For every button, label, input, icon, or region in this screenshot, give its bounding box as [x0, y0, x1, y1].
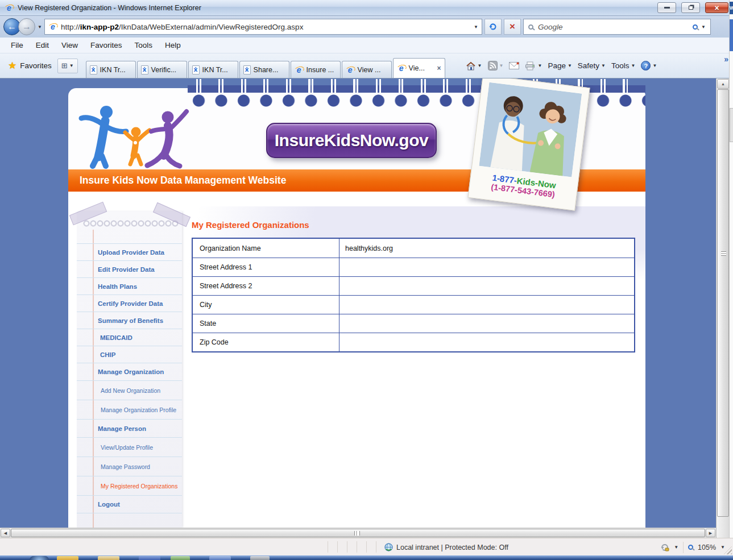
- quick-tabs-dropdown-icon: ▼: [69, 63, 74, 68]
- history-dropdown-icon[interactable]: ▼: [38, 24, 42, 30]
- row-value: [339, 277, 634, 295]
- taskbar[interactable]: [0, 555, 733, 560]
- safety-dropdown-icon: ▼: [601, 63, 606, 68]
- tools-dropdown-icon: ▼: [631, 63, 636, 68]
- feeds-button[interactable]: ▼: [488, 61, 504, 70]
- menu-tools[interactable]: Tools: [129, 39, 159, 51]
- background-window-gray-fragment: [730, 108, 733, 142]
- zoom-dropdown-icon[interactable]: ▼: [720, 545, 725, 550]
- vertical-scrollbar[interactable]: ▲: [716, 78, 729, 538]
- sidebar-item-upload-provider-data[interactable]: Upload Provider Data: [77, 243, 182, 260]
- ie-window: e View Registered Organization - Windows…: [0, 0, 733, 560]
- doc-person-icon: ẋ: [192, 65, 200, 74]
- tab-view-registered-org-active[interactable]: e Vie... ×: [393, 58, 445, 78]
- tab-share[interactable]: ẋ Share...: [239, 61, 289, 78]
- sidebar-item-label: Manage Organization: [98, 368, 164, 375]
- menu-file[interactable]: File: [5, 39, 30, 51]
- sidebar-item-manage-organization-profile[interactable]: Manage Organization Profile: [77, 400, 182, 419]
- sidebar-item-manage-password[interactable]: Manage Password: [77, 457, 182, 476]
- sidebar-item-manage-organization[interactable]: Manage Organization: [77, 363, 182, 380]
- taskbar-item-gray-app[interactable]: [250, 556, 270, 560]
- sidebar-item-summary-of-benefits[interactable]: Summary of Benefits: [77, 312, 182, 329]
- minimize-button[interactable]: [657, 2, 676, 13]
- url-path: /IknData/WebExternal/admin/ViewRegistere…: [119, 23, 470, 31]
- home-button[interactable]: ▼: [466, 61, 482, 70]
- page-menu-label: Page: [548, 61, 566, 70]
- sidebar-item-view-update-profile[interactable]: View/Update Profile: [77, 437, 182, 457]
- sidebar-item-manage-person[interactable]: Manage Person: [77, 419, 182, 437]
- page-menu-button[interactable]: Page ▼: [548, 61, 572, 70]
- menu-favorites[interactable]: Favorites: [84, 39, 129, 51]
- tab-view[interactable]: e View ...: [342, 61, 392, 78]
- close-button[interactable]: ×: [705, 2, 728, 13]
- row-value: [339, 258, 634, 276]
- sidebar-item-label: Health Plans: [98, 283, 137, 290]
- tools-menu-button[interactable]: Tools ▼: [611, 61, 635, 70]
- stop-button[interactable]: ×: [504, 19, 521, 35]
- menu-help[interactable]: Help: [159, 39, 187, 51]
- resize-grip[interactable]: [724, 546, 732, 554]
- tab-label: Verific...: [151, 66, 176, 74]
- table-row: Zip Code: [193, 333, 634, 351]
- restore-icon: [689, 6, 693, 10]
- sidebar-item-my-registered-organizations[interactable]: My Registered Organizations: [77, 476, 182, 495]
- refresh-icon: [488, 22, 498, 31]
- print-dropdown-icon: ▼: [537, 63, 542, 68]
- search-provider-icon: [528, 24, 533, 30]
- address-bar[interactable]: e http://ikn-app-p2/IknData/WebExternal/…: [44, 19, 482, 35]
- ie-logo-icon: e: [5, 3, 14, 13]
- tab-ikn-tr-2[interactable]: ẋ IKN Tr...: [188, 61, 238, 78]
- sidebar-item-certify-provider-data[interactable]: Certify Provider Data: [77, 294, 182, 312]
- kids-photo-image: [479, 82, 582, 177]
- print-button[interactable]: ▼: [525, 61, 542, 70]
- horizontal-scroll-thumb[interactable]: [11, 529, 705, 537]
- scroll-left-button[interactable]: ◀: [1, 529, 10, 537]
- sidebar-item-logout[interactable]: Logout: [77, 495, 182, 513]
- taskbar-item-blue-app[interactable]: [139, 556, 160, 560]
- taskbar-item-folder[interactable]: [57, 556, 78, 560]
- taskbar-item-green-app[interactable]: [171, 556, 190, 560]
- menu-view[interactable]: View: [55, 39, 84, 51]
- sidebar-item-health-plans[interactable]: Health Plans: [77, 277, 182, 294]
- safety-menu-button[interactable]: Safety ▼: [578, 61, 606, 70]
- quick-tabs-icon: ⊞: [61, 61, 68, 70]
- forward-button[interactable]: →: [18, 18, 35, 35]
- taskbar-item-blue-app2[interactable]: [209, 556, 231, 560]
- ie-tab-icon: e: [397, 64, 406, 73]
- home-dropdown-icon: ▼: [478, 63, 482, 68]
- scroll-right-button[interactable]: ▶: [706, 529, 715, 537]
- search-input[interactable]: [537, 22, 689, 32]
- toolbar-chevron-icon[interactable]: »: [724, 55, 728, 64]
- page-ie-icon: e: [48, 22, 57, 31]
- sidebar-item-edit-provider-data[interactable]: Edit Provider Data: [77, 260, 182, 277]
- search-icon[interactable]: [693, 24, 698, 30]
- restore-button[interactable]: [681, 2, 700, 13]
- favorites-button[interactable]: ★ Favorites: [2, 57, 57, 74]
- start-orb[interactable]: [30, 556, 49, 560]
- status-bar: Local intranet | Protected Mode: Off ▼ 1…: [0, 538, 733, 555]
- row-label: City: [193, 296, 339, 314]
- taskbar-item-folder2[interactable]: [98, 556, 119, 560]
- address-dropdown-icon[interactable]: ▼: [474, 24, 478, 30]
- tab-close-icon[interactable]: ×: [437, 64, 441, 72]
- sidebar-item-add-new-organization[interactable]: Add New Organization: [77, 380, 182, 400]
- tab-verification[interactable]: ẋ Verific...: [137, 61, 187, 78]
- content-area: Upload Provider Data Edit Provider Data …: [68, 192, 645, 528]
- vertical-scroll-thumb[interactable]: [717, 89, 729, 517]
- tab-insure[interactable]: e Insure ...: [291, 61, 341, 78]
- menu-edit[interactable]: Edit: [30, 39, 55, 51]
- tab-ikn-tr-1[interactable]: ẋ IKN Tr...: [86, 61, 136, 78]
- read-mail-button[interactable]: [509, 62, 519, 69]
- search-dropdown-icon[interactable]: ▼: [701, 24, 706, 30]
- quick-tabs-button[interactable]: ⊞ ▼: [57, 59, 78, 73]
- sidebar-item-chip[interactable]: CHIP: [77, 346, 182, 363]
- search-box[interactable]: ▼: [523, 19, 711, 35]
- scroll-up-button[interactable]: ▲: [717, 79, 729, 89]
- horizontal-scrollbar[interactable]: ◀ ▶: [0, 528, 716, 538]
- zone-dropdown-icon[interactable]: ▼: [674, 545, 678, 550]
- refresh-button[interactable]: [484, 19, 502, 35]
- zone-settings-icon[interactable]: [660, 543, 669, 552]
- help-dropdown-icon: ▼: [652, 63, 657, 68]
- help-button[interactable]: ? ▼: [641, 61, 657, 70]
- sidebar-item-medicaid[interactable]: MEDICAID: [77, 329, 182, 346]
